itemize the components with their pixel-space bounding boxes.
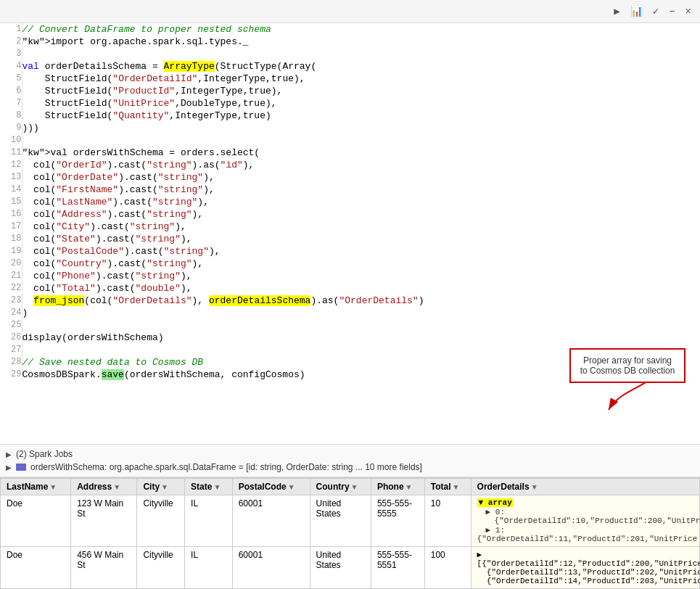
table-cell: 10: [424, 495, 471, 547]
minimize-icon[interactable]: −: [666, 4, 678, 19]
chart-icon[interactable]: 📊: [627, 4, 646, 19]
schema-triangle[interactable]: ▶: [6, 464, 12, 471]
close-icon[interactable]: ×: [683, 4, 694, 19]
annotation-text: Proper array for saving to Cosmos DB col…: [580, 355, 675, 376]
sort-icon: ▼: [351, 483, 358, 491]
code-line-4: 4val orderDetailsSchema = ArrayType(Stru…: [0, 60, 700, 73]
line-number-25: 25: [0, 319, 22, 331]
code-line-2: 2"kw">import org.apache.spark.sql.types.…: [0, 36, 700, 48]
col-header-postalcode[interactable]: PostalCode▼: [232, 479, 310, 495]
line-code-25: [22, 319, 700, 331]
data-table-wrapper[interactable]: LastName▼Address▼City▼State▼PostalCode▼C…: [0, 477, 700, 589]
line-number-9: 9: [0, 122, 22, 134]
order-details-cell: ▶ [{"OrderDetailId":12,"ProductId":200,"…: [471, 547, 699, 589]
line-number-26: 26: [0, 331, 22, 344]
data-table: LastName▼Address▼City▼State▼PostalCode▼C…: [0, 478, 700, 589]
line-number-13: 13: [0, 171, 22, 184]
sort-icon: ▼: [288, 483, 295, 491]
code-line-7: 7 StructField("UnitPrice",DoubleType,tru…: [0, 97, 700, 110]
code-line-3: 3: [0, 48, 700, 60]
array-label: ▼ array: [477, 498, 514, 507]
code-line-15: 15 col("LastName").cast("string"),: [0, 196, 700, 208]
code-line-6: 6 StructField("ProductId",IntegerType,tr…: [0, 85, 700, 97]
line-code-24: ): [22, 307, 700, 319]
line-code-9: ))): [22, 122, 700, 134]
line-number-22: 22: [0, 282, 22, 294]
line-number-7: 7: [0, 97, 22, 110]
line-code-15: col("LastName").cast("string"),: [22, 196, 700, 208]
line-number-15: 15: [0, 196, 22, 208]
sort-icon: ▼: [531, 483, 538, 491]
col-header-lastname[interactable]: LastName▼: [1, 479, 71, 495]
table-cell: Doe: [1, 547, 71, 589]
line-code-5: StructField("OrderDetailId",IntegerType,…: [22, 73, 700, 85]
col-header-orderdetails[interactable]: OrderDetails▼: [471, 479, 699, 495]
col-header-total[interactable]: Total▼: [424, 479, 471, 495]
col-header-state[interactable]: State▼: [185, 479, 233, 495]
line-code-18: col("State").cast("string"),: [22, 233, 700, 245]
jobs-section: ▶ (2) Spark Jobs ▶ ordersWithSchema: org…: [0, 444, 700, 477]
code-line-8: 8 StructField("Quantity",IntegerType,tru…: [0, 110, 700, 122]
col-header-city[interactable]: City▼: [137, 479, 185, 495]
table-cell: 60001: [232, 547, 310, 589]
code-line-1: 1// Convert DataFrame to proper nested s…: [0, 23, 700, 36]
line-code-12: col("OrderId").cast("string").as("id"),: [22, 159, 700, 171]
line-number-8: 8: [0, 110, 22, 122]
line-number-5: 5: [0, 73, 22, 85]
code-line-25: 25: [0, 319, 700, 331]
col-header-country[interactable]: Country▼: [310, 479, 371, 495]
line-code-2: "kw">import org.apache.spark.sql.types._: [22, 36, 700, 48]
line-code-20: col("Country").cast("string"),: [22, 258, 700, 270]
code-line-21: 21 col("Phone").cast("string"),: [0, 270, 700, 282]
line-number-29: 29: [0, 368, 22, 381]
table-cell: IL: [185, 495, 233, 547]
code-line-9: 9))): [0, 122, 700, 134]
table-cell: 555-555- 5551: [371, 547, 424, 589]
table-cell: Cityville: [137, 547, 185, 589]
code-line-12: 12 col("OrderId").cast("string").as("id"…: [0, 159, 700, 171]
line-number-10: 10: [0, 134, 22, 147]
code-line-17: 17 col("City").cast("string"),: [0, 221, 700, 233]
col-header-address[interactable]: Address▼: [71, 479, 137, 495]
table-cell: Cityville: [137, 495, 185, 547]
code-line-20: 20 col("Country").cast("string"),: [0, 258, 700, 270]
schema-label: ordersWithSchema: org.apache.spark.sql.D…: [30, 462, 422, 472]
jobs-triangle[interactable]: ▶: [6, 450, 12, 458]
line-code-26: display(ordersWithSchema): [22, 331, 700, 344]
table-cell: Doe: [1, 495, 71, 547]
sort-icon: ▼: [161, 483, 168, 491]
code-line-10: 10: [0, 134, 700, 147]
line-code-16: col("Address").cast("string"),: [22, 208, 700, 221]
code-table: 1// Convert DataFrame to proper nested s…: [0, 23, 700, 381]
code-line-23: 23 from_json(col("OrderDetails"), orderD…: [0, 294, 700, 307]
col-header-phone[interactable]: Phone▼: [371, 479, 424, 495]
annotation-box: Proper array for saving to Cosmos DB col…: [569, 348, 685, 383]
line-code-8: StructField("Quantity",IntegerType,true): [22, 110, 700, 122]
table-header: LastName▼Address▼City▼State▼PostalCode▼C…: [1, 479, 700, 495]
tree-item-1: ▶ 1: {"OrderDetailId":11,"ProductId":201…: [477, 526, 698, 543]
line-number-23: 23: [0, 294, 22, 307]
run-icon[interactable]: ▶: [611, 4, 622, 19]
spark-jobs-label: (2) Spark Jobs: [16, 449, 73, 459]
table-cell: 456 W Main St: [71, 547, 137, 589]
line-number-6: 6: [0, 85, 22, 97]
line-code-3: [22, 48, 700, 60]
line-code-23: from_json(col("OrderDetails"), orderDeta…: [22, 294, 700, 307]
toolbar: ▶ 📊 ✓ − ×: [0, 0, 700, 23]
line-code-11: "kw">val ordersWithSchema = orders.selec…: [22, 147, 700, 159]
code-line-22: 22 col("Total").cast("double"),: [0, 282, 700, 294]
table-cell: United States: [310, 547, 371, 589]
line-number-12: 12: [0, 159, 22, 171]
line-number-19: 19: [0, 245, 22, 258]
line-number-2: 2: [0, 36, 22, 48]
sort-icon: ▼: [49, 483, 57, 491]
table-cell: 555-555- 5555: [371, 495, 424, 547]
line-number-27: 27: [0, 344, 22, 356]
check-icon[interactable]: ✓: [650, 4, 662, 19]
line-number-21: 21: [0, 270, 22, 282]
tree-item-detail: {"OrderDetailId":10,"ProductId":200,"Uni…: [477, 516, 700, 525]
table-cell: 100: [424, 547, 471, 589]
line-number-18: 18: [0, 233, 22, 245]
line-number-28: 28: [0, 356, 22, 368]
line-code-21: col("Phone").cast("string"),: [22, 270, 700, 282]
